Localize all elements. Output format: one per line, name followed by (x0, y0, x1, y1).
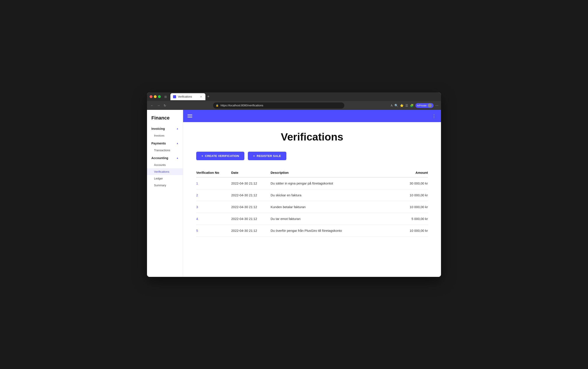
cell-amount: 5 000,00 kr (393, 213, 428, 225)
read-aloud-icon[interactable]: 𝐀 (390, 103, 393, 107)
sidebar-item-summary[interactable]: Summary (147, 182, 183, 189)
sidebar: Finance Invoicing ▲ Invoices Payments ▲ (147, 110, 183, 277)
top-bar: ⋮ (183, 110, 441, 122)
browser-icon: ⊞ (164, 95, 167, 99)
table-row: 42022-04-30 21:12Du tar emot fakturan5 0… (196, 213, 428, 225)
cell-description: Du sätter in egna pengar på företagskont… (271, 177, 393, 189)
hamburger-line-3 (188, 117, 192, 118)
extensions-icon[interactable]: 🧩 (410, 104, 414, 107)
table-row: 52022-04-30 21:12Du överför pengar från … (196, 225, 428, 236)
nav-group-payments-label: Payments (151, 142, 166, 145)
register-sale-label: REGISTER SALE (257, 154, 281, 158)
nav-group-invoicing: Invoicing ▲ Invoices (147, 125, 183, 139)
cell-amount: 10 000,00 kr (393, 201, 428, 213)
create-verification-button[interactable]: + CREATE VERIFICATION (196, 152, 244, 160)
tab-bar: Verifications × + (170, 93, 438, 100)
favorites-icon[interactable]: ⭐ (400, 104, 404, 107)
cell-amount: 30 000,00 kr (393, 177, 428, 189)
col-header-amount: Amount (393, 168, 428, 177)
zoom-icon[interactable]: 🔍 (394, 104, 398, 107)
collections-icon[interactable]: ☰ (405, 104, 408, 107)
sidebar-item-invoices[interactable]: Invoices (147, 132, 183, 139)
more-tools-icon[interactable]: ⋯ (435, 104, 438, 107)
maximize-window-button[interactable] (158, 95, 161, 98)
traffic-lights (150, 95, 161, 98)
nav-group-accounting-label: Accounting (151, 156, 168, 160)
cell-date: 2022-04-30 21:12 (231, 177, 271, 189)
verification-link-5[interactable]: 5 (196, 229, 198, 232)
tab-title: Verifications (178, 95, 192, 98)
verification-link-2[interactable]: 2 (196, 193, 198, 197)
hamburger-menu-button[interactable] (188, 114, 192, 118)
address-actions: 𝐀 🔍 ⭐ ☰ 🧩 InPrivate ⋯ (390, 103, 438, 108)
cell-no: 1 (196, 177, 231, 189)
table-body: 12022-04-30 21:12Du sätter in egna penga… (196, 177, 428, 236)
col-header-date: Date (231, 168, 271, 177)
page-content: Verifications + CREATE VERIFICATION + RE… (183, 122, 441, 277)
forward-button[interactable]: → (156, 103, 161, 108)
inprivate-avatar (428, 103, 432, 107)
app-content: ⋮ Verifications + CREATE VERIFICATION + … (183, 110, 441, 277)
cell-no: 2 (196, 189, 231, 201)
sidebar-app-title: Finance (147, 115, 183, 125)
close-tab-button[interactable]: × (199, 95, 203, 99)
sidebar-item-verifications[interactable]: Verifications (147, 168, 183, 175)
cell-no: 5 (196, 225, 231, 236)
cell-description: Du tar emot fakturan (271, 213, 393, 225)
cell-amount: 10 000,00 kr (393, 225, 428, 236)
hamburger-line-1 (188, 114, 192, 115)
cell-no: 4 (196, 213, 231, 225)
verification-link-3[interactable]: 3 (196, 205, 198, 209)
refresh-button[interactable]: ↻ (163, 103, 167, 108)
minimize-window-button[interactable] (154, 95, 157, 98)
register-sale-button[interactable]: + REGISTER SALE (248, 152, 286, 160)
cell-description: Kunden betalar fakturan (271, 201, 393, 213)
address-bar: ← → ↻ 🔒 https://localhost:8080/verificat… (147, 101, 441, 110)
inprivate-label: InPrivate (417, 104, 427, 107)
chevron-up-icon-payments: ▲ (176, 142, 179, 144)
table-row: 32022-04-30 21:12Kunden betalar fakturan… (196, 201, 428, 213)
sidebar-item-transactions[interactable]: Transactions (147, 147, 183, 154)
table-row: 12022-04-30 21:12Du sätter in egna penga… (196, 177, 428, 189)
verification-link-1[interactable]: 1 (196, 181, 198, 185)
back-button[interactable]: ← (150, 103, 154, 108)
new-tab-button[interactable]: + (205, 94, 211, 99)
sidebar-item-ledger[interactable]: Ledger (147, 175, 183, 182)
cell-date: 2022-04-30 21:12 (231, 201, 271, 213)
action-buttons: + CREATE VERIFICATION + REGISTER SALE (196, 152, 428, 160)
cell-date: 2022-04-30 21:12 (231, 189, 271, 201)
hamburger-line-2 (188, 116, 192, 116)
verifications-table: Verification No Date Description Amount … (196, 168, 428, 236)
browser-window: ⊞ Verifications × + ← → ↻ 🔒 https://loca… (147, 92, 441, 277)
chevron-up-icon-accounting: ▲ (176, 157, 179, 159)
tab-favicon (173, 95, 176, 98)
nav-group-payments-header[interactable]: Payments ▲ (147, 140, 183, 147)
plus-icon-create: + (201, 154, 203, 158)
col-header-no: Verification No (196, 168, 231, 177)
url-text: https://localhost:8080/verifications (220, 104, 263, 107)
close-window-button[interactable] (150, 95, 152, 98)
col-header-description: Description (271, 168, 393, 177)
table-row: 22022-04-30 21:12Du skickar en faktura10… (196, 189, 428, 201)
plus-icon-register: + (253, 154, 255, 158)
page-title: Verifications (196, 131, 428, 143)
address-field[interactable]: 🔒 https://localhost:8080/verifications (213, 102, 344, 109)
cell-description: Du skickar en faktura (271, 189, 393, 201)
nav-group-accounting-header[interactable]: Accounting ▲ (147, 154, 183, 162)
inprivate-badge[interactable]: InPrivate (415, 103, 434, 108)
cell-amount: 10 000,00 kr (393, 189, 428, 201)
more-options-button[interactable]: ⋮ (432, 113, 437, 119)
title-bar: ⊞ Verifications × + (147, 92, 441, 101)
table-header-row: Verification No Date Description Amount (196, 168, 428, 177)
table-header: Verification No Date Description Amount (196, 168, 428, 177)
cell-no: 3 (196, 201, 231, 213)
verification-link-4[interactable]: 4 (196, 217, 198, 221)
chevron-up-icon: ▲ (176, 127, 179, 130)
nav-group-accounting: Accounting ▲ Accounts Verifications Ledg… (147, 154, 183, 189)
create-verification-label: CREATE VERIFICATION (205, 154, 239, 158)
active-tab[interactable]: Verifications × (170, 93, 205, 100)
cell-date: 2022-04-30 21:12 (231, 213, 271, 225)
sidebar-item-accounts[interactable]: Accounts (147, 162, 183, 168)
cell-description: Du överför pengar från PlusGiro till för… (271, 225, 393, 236)
nav-group-invoicing-header[interactable]: Invoicing ▲ (147, 125, 183, 132)
